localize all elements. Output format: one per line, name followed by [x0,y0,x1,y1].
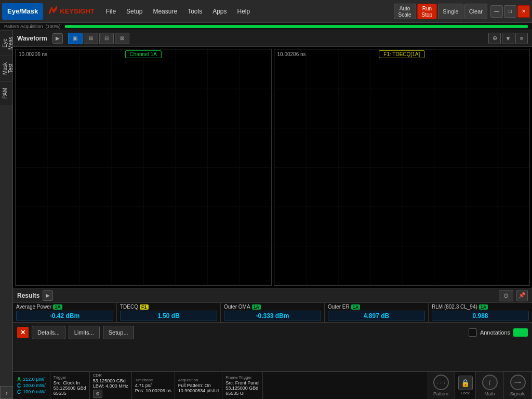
sidebar-tab-mask-test[interactable]: MaskTest [0,56,12,81]
menu-bar: Eye/Mask 🗲 KEYSIGHT File Setup Measure T… [0,0,532,23]
channel-c-value: 100.0 mW/ [23,383,46,388]
timebase-label: Timebase [135,378,171,382]
view-split-h-button[interactable]: ⊞ [84,33,98,44]
view-split-v-button[interactable]: ⊟ [99,33,114,44]
pattern-button[interactable]: ⋮⋮⋮ Pattern [427,372,455,399]
content-area: Waveform ▶ ▣ ⊞ ⊟ ⊠ ⊕ ▼ ≡ 10.00206 ns Cha… [13,30,532,399]
minimize-button[interactable]: — [490,5,503,18]
menu-help[interactable]: Help [233,6,255,17]
timebase-section: Timebase 4.71 ps/ Pos: 10.00206 ns [132,372,175,399]
metric-outer-er-badge: 1A [351,304,361,310]
x-button[interactable]: ✕ [17,327,29,338]
signals-button[interactable]: ⟿ Signals [504,372,532,399]
clear-button[interactable]: Clear [464,4,487,19]
channel-c2-row: C 100.0 mW/ [17,389,46,395]
single-button[interactable]: Single [438,4,463,19]
channel-column: A 212.0 μW/ C 100.0 mW/ C 100.0 mW/ [13,372,50,399]
menu-apps[interactable]: Apps [208,6,231,17]
trigger-label: Trigger [54,375,86,380]
acquisition-mode: Full Pattern: On [178,383,219,388]
timebase-pos: Pos: 10.00206 ns [135,388,171,393]
channel-c-letter: C [17,383,21,389]
metric-average-power-value: -0.42 dBm [16,311,113,321]
eye-diagram-green [16,49,271,285]
scope-timestamp-1: 10.00206 ns [19,51,47,57]
pattern-icon: ⋮⋮⋮ [433,375,449,390]
lock-button[interactable]: 🔒 Lock [455,372,476,399]
results-pin-button[interactable]: 📌 [516,290,528,301]
menu-file[interactable]: File [102,6,120,17]
results-panel: Results ▶ ⊙ 📌 Average Power 1A -0.42 dBm [13,288,532,371]
maximize-button[interactable]: □ [504,5,516,18]
progress-bar-container [65,25,528,28]
pattern-label: Pattern [433,391,448,396]
sidebar: EyeMeas MaskTest PAM › [0,30,13,399]
metric-outer-er-header: Outer ER 1A [328,304,425,310]
metric-rlm-badge: 1A [479,304,488,310]
trigger-divider: 65535 [54,391,86,396]
channel-c2-letter: C [17,389,21,395]
view-icons: ▣ ⊞ ⊟ ⊠ [68,33,129,44]
scope-toolbar: ⊕ ▼ ≡ [488,33,528,44]
channel-badge-1a: Channel 1A [125,50,162,58]
math-button[interactable]: ∫ Math [476,372,504,399]
frame-trigger-divider: 65535 UI [225,391,259,396]
frame-trigger-section: Frame Trigger Src: Front Panel 53.125000… [222,372,263,399]
waveform-label: Waveform [17,35,47,42]
annotations-label: Annotations [480,329,510,336]
run-stop-button[interactable]: Run Stop [417,4,437,19]
scope-panel-yellow: 10.00206 ns F1: TDECQ[1A] [274,49,530,286]
view-quad-button[interactable]: ⊠ [115,33,129,44]
close-button[interactable]: ✕ [517,5,530,18]
acquisition-section: Acquisition Full Pattern: On 10.99000534… [175,372,223,399]
metric-tdecq-name: TDECQ [120,304,138,310]
waveform-play-button[interactable]: ▶ [52,33,63,44]
limits-button[interactable]: Limits... [69,326,100,339]
metric-outer-oma: Outer OMA 1A -0.333 dBm [221,303,325,322]
acquisition-pts: 10.99000534 pts/UI [178,388,219,393]
metric-outer-oma-header: Outer OMA 1A [224,304,321,310]
metric-outer-oma-badge: 1A [252,304,261,310]
metric-outer-oma-name: Outer OMA [224,304,250,310]
setup-button[interactable]: Setup... [103,326,134,339]
view-single-button[interactable]: ▣ [68,33,83,44]
menu-button[interactable]: ≡ [515,33,528,44]
eye-mask-button[interactable]: Eye/Mask [2,3,43,20]
math-label: Math [484,391,495,396]
lock-label: Lock [461,391,470,395]
menu-setup[interactable]: Setup [122,6,147,17]
trigger-src: Src: Clock In [54,380,86,385]
action-bar: ✕ Details... Limits... Setup... Annotati… [13,323,532,341]
results-play-button[interactable]: ▶ [43,290,53,301]
menu-measure[interactable]: Measure [149,6,181,17]
metric-average-power: Average Power 1A -0.42 dBm [13,303,117,322]
details-button[interactable]: Details... [32,326,65,339]
sidebar-tab-pam[interactable]: PAM [0,81,12,105]
window-controls: — □ ✕ [490,5,530,18]
crosshair-button[interactable]: ⊕ [488,33,501,44]
metric-outer-er: Outer ER 1A 4.897 dB [325,303,429,322]
status-bar: A 212.0 μW/ C 100.0 mW/ C 100.0 mW/ Trig… [13,371,532,399]
scope-panel-green: 10.00206 ns Channel 1A [15,49,272,286]
sidebar-arrow[interactable]: › [0,386,13,399]
auto-scale-button[interactable]: Auto Scale [394,4,416,19]
metric-outer-er-value: 4.897 dB [328,311,425,321]
cdr-label: CDR [93,373,128,378]
menu-tools[interactable]: Tools [183,6,206,17]
channel-c-row: C 100.0 mW/ [17,383,46,389]
main-layout: EyeMeas MaskTest PAM › Waveform ▶ ▣ ⊞ ⊟ … [0,30,532,399]
cdr-section: CDR 53.125000 GBd LBW: 4.000 MHz ⚙ [90,372,132,399]
expand-button[interactable]: ▼ [502,33,514,44]
metric-tdecq-value: 1.50 dB [120,311,217,321]
channel-a-value: 212.0 μW/ [23,377,44,382]
results-collapse-button[interactable]: ⊙ [499,290,513,301]
cdr-settings-button[interactable]: ⚙ [93,390,102,398]
channel-a-row: A 212.0 μW/ [17,377,46,382]
keysight-logo-symbol: 🗲 [48,6,58,17]
lock-icon: 🔒 [458,376,473,390]
sidebar-tab-eye-meas[interactable]: EyeMeas [0,30,12,56]
metric-tdecq-badge: F1 [140,304,149,310]
metric-average-power-header: Average Power 1A [16,304,113,310]
annotations-checkbox[interactable] [469,328,477,337]
timebase-ps: 4.71 ps/ [135,383,171,388]
